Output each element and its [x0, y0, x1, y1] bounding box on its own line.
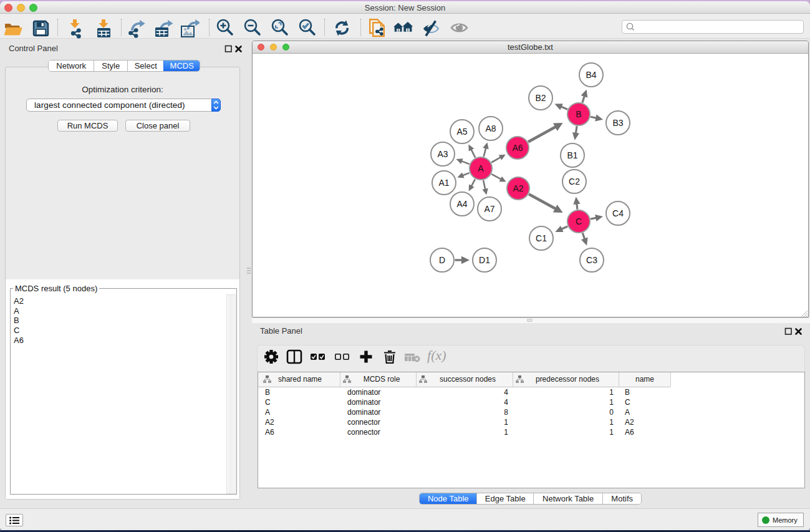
svg-text:B3: B3	[612, 118, 623, 128]
svg-text:C3: C3	[586, 255, 597, 265]
svg-text:A5: A5	[456, 127, 467, 137]
svg-text:C2: C2	[569, 177, 580, 186]
svg-text:A3: A3	[437, 149, 448, 159]
svg-text:B2: B2	[535, 93, 546, 103]
svg-text:D: D	[439, 255, 445, 265]
svg-text:A8: A8	[485, 123, 496, 133]
svg-text:A: A	[478, 163, 484, 173]
svg-text:A2: A2	[513, 183, 523, 193]
svg-text:A4: A4	[456, 199, 467, 209]
svg-text:A7: A7	[484, 204, 494, 214]
svg-text:C: C	[576, 216, 582, 226]
svg-text:D1: D1	[479, 255, 490, 265]
svg-text:B: B	[576, 109, 581, 119]
svg-text:B4: B4	[586, 70, 596, 80]
svg-text:C1: C1	[536, 233, 547, 243]
svg-text:C4: C4	[612, 208, 624, 218]
svg-text:A1: A1	[438, 178, 449, 188]
svg-text:B1: B1	[567, 150, 577, 160]
svg-text:A6: A6	[512, 143, 523, 153]
